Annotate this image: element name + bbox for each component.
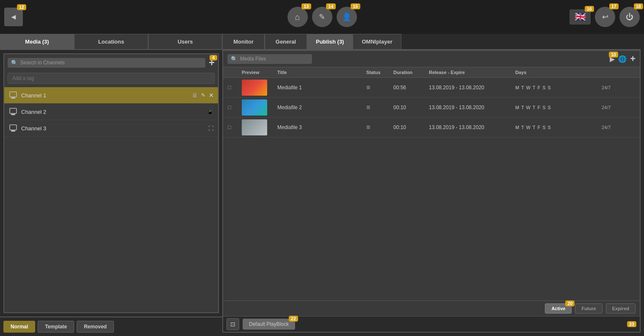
svg-rect-2 (10, 108, 17, 113)
add-channel-button[interactable]: + 4 (209, 58, 215, 68)
edit-icon: ✎ (319, 12, 325, 22)
col-preview: Preview (242, 70, 276, 75)
channel-icon (8, 91, 18, 100)
tab-users[interactable]: Users (148, 34, 222, 49)
channel-device-icon: 🖥 (192, 92, 198, 99)
undo-button[interactable]: ↩ 17 (595, 7, 615, 27)
media-search-input[interactable] (240, 56, 309, 62)
tab-media[interactable]: Media (3) (0, 34, 74, 49)
days: M T W T F S S (515, 125, 600, 130)
youtube-icon-button[interactable]: ▶ 10 (610, 55, 615, 63)
user-icon: 👤 (342, 12, 351, 22)
col-release: Release - Expire (429, 70, 514, 75)
tab-omniplayer[interactable]: OMNIplayer (353, 34, 401, 49)
corner-badge: 23 (627, 321, 636, 327)
table-row[interactable]: ☐ Mediafile 3 ≡ 00:10 13.08.2019 - 13.08… (223, 118, 640, 138)
left-tab-bar: Media (3) Locations Users (0, 34, 222, 50)
undo-badge: 17 (609, 3, 619, 9)
days: M T W T F S S (515, 85, 600, 90)
tab-publish[interactable]: Publish (3) (307, 34, 353, 49)
active-filter-button[interactable]: Active 20 (545, 303, 572, 314)
svg-rect-3 (11, 114, 15, 115)
back-button[interactable]: ◄ 12 (4, 8, 23, 26)
top-bar-left: ◄ 12 (4, 8, 23, 26)
row-checkbox[interactable]: ☐ (227, 85, 240, 91)
svg-rect-4 (10, 125, 17, 130)
channel-name: Channel 2 (21, 109, 203, 115)
svg-rect-1 (11, 97, 15, 99)
left-panel: Media (3) Locations Users 🔍 + 4 (0, 34, 222, 336)
playblock-screen-button[interactable]: ⊡ (227, 318, 239, 330)
back-icon: ◄ (10, 13, 17, 22)
filter-badge: 20 (565, 300, 575, 306)
col-status: Status (366, 70, 392, 75)
status-icon: ≡ (366, 104, 392, 111)
tab-monitor[interactable]: Monitor (222, 34, 265, 49)
channel-name: Channel 1 (21, 92, 188, 99)
power-button[interactable]: ⏻ 18 (619, 7, 640, 27)
channel-search-input[interactable] (20, 60, 202, 66)
channel-search-row: 🔍 + 4 (4, 54, 218, 71)
channel-item[interactable]: Channel 3 ⛶ (4, 120, 218, 137)
row-checkbox[interactable]: ☐ (227, 125, 240, 130)
search-icon: 🔍 (11, 60, 18, 66)
tag-row (4, 71, 218, 87)
tag-input[interactable] (8, 73, 215, 84)
duration: 00:56 (393, 85, 427, 91)
schedule: 24/7 (602, 105, 636, 110)
channel-edit-icon[interactable]: ✎ (201, 92, 205, 98)
right-panel-inner: 🔍 ▶ 10 🌐 + Preview Title (222, 50, 641, 333)
media-table: ☐ Mediafile 1 ≡ 00:56 13.08.2019 - 13.08… (223, 78, 640, 300)
playblock-tab[interactable]: Default PlayBlock 22 (243, 319, 295, 330)
tab-general[interactable]: General (265, 34, 307, 49)
tab-locations[interactable]: Locations (74, 34, 148, 49)
channel-name: Channel 3 (21, 125, 205, 132)
main-content: Media (3) Locations Users 🔍 + 4 (0, 34, 644, 336)
edit-button[interactable]: ✎ 14 (312, 7, 332, 27)
template-button[interactable]: Template (38, 321, 74, 333)
normal-button[interactable]: Normal (3, 321, 35, 333)
preview-thumb (242, 80, 267, 96)
undo-icon: ↩ (602, 12, 608, 22)
user-badge: 15 (351, 3, 360, 9)
table-row[interactable]: ☐ Mediafile 1 ≡ 00:56 13.08.2019 - 13.08… (223, 78, 640, 98)
search-icon: 🔍 (231, 56, 238, 62)
expired-filter-button[interactable]: Expired (606, 303, 636, 314)
future-filter-button[interactable]: Future (575, 303, 602, 314)
home-button[interactable]: ⌂ 13 (287, 7, 308, 27)
playblock-badge: 22 (289, 316, 298, 322)
user-button[interactable]: 👤 15 (337, 7, 357, 27)
row-checkbox[interactable]: ☐ (227, 105, 240, 110)
channel-icon (8, 124, 18, 133)
bottom-buttons: Normal Template Removed (0, 317, 222, 336)
duration: 00:10 (393, 105, 427, 110)
table-row[interactable]: ☐ Mediafile 2 ≡ 00:10 13.08.2019 - 13.08… (223, 98, 640, 118)
flag-icon: 🇬🇧 (575, 11, 586, 22)
home-icon: ⌂ (295, 12, 300, 22)
toolbar-badge: 10 (609, 52, 618, 58)
media-title: Mediafile 2 (277, 105, 365, 110)
channel-item[interactable]: Channel 1 🖥 ✎ ✕ (4, 87, 218, 104)
screen-icon: ⊡ (230, 321, 235, 328)
flag-badge: 16 (585, 6, 594, 12)
right-panel: Monitor General Publish (3) OMNIplayer 🔍 (222, 34, 644, 336)
power-icon: ⏻ (626, 13, 633, 22)
top-bar: ◄ 12 ⌂ 13 ✎ 14 👤 15 🇬🇧 16 ↩ 17 ⏻ 18 (0, 0, 644, 34)
add-media-button[interactable]: + (630, 53, 636, 64)
table-header: Preview Title Status Duration Release - … (223, 67, 640, 78)
removed-button[interactable]: Removed (77, 321, 114, 333)
channel-close-icon[interactable]: ✕ (209, 92, 214, 99)
preview-thumb (242, 99, 267, 116)
home-badge: 13 (301, 3, 311, 9)
release-expire: 13.08.2019 - 13.08.2020 (429, 85, 514, 91)
channel-item[interactable]: Channel 2 📱 (4, 104, 218, 120)
media-title: Mediafile 1 (277, 85, 365, 91)
preview-thumb (242, 119, 267, 135)
top-bar-center: ⌂ 13 ✎ 14 👤 15 (287, 7, 357, 27)
col-duration: Duration (393, 70, 427, 75)
globe-icon: 🌐 (618, 55, 627, 63)
globe-icon-button[interactable]: 🌐 (618, 55, 627, 63)
channel-icon (8, 107, 18, 116)
language-button[interactable]: 🇬🇧 16 (569, 9, 591, 25)
col-days: Days (515, 70, 600, 75)
